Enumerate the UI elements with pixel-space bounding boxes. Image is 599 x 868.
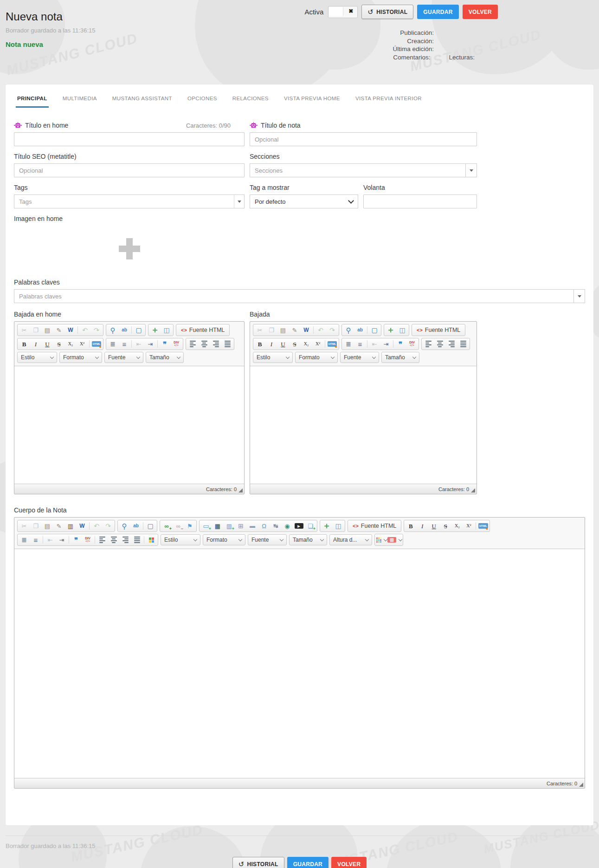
align-center-button[interactable] [199,339,210,349]
maps-button[interactable] [146,535,157,545]
paste-word-button[interactable]: W [77,521,88,531]
indent-button[interactable]: ⇥ [56,535,67,545]
bajada-editor-body[interactable] [250,366,477,484]
find-button[interactable]: ⚲ [343,325,354,335]
tamano-select[interactable]: Tamaño [289,534,327,545]
formato-select[interactable]: Formato [203,534,245,545]
paste-button[interactable]: ▤ [277,325,289,335]
subscript-button[interactable]: X₂ [65,339,76,349]
imagen-home-upload-area[interactable] [14,226,245,272]
resize-handle[interactable] [579,783,583,787]
subscript-button[interactable]: X₂ [301,339,312,349]
bold-button[interactable]: B [254,339,265,349]
underline-button[interactable]: U [42,339,53,349]
embed-page-button[interactable]: ▥+ [224,521,235,531]
find-button[interactable]: ⚲ [119,521,130,531]
palabras-claves-dropdown-button[interactable] [573,289,585,303]
clean-html-button[interactable]: HTML● [91,339,102,349]
outdent-button[interactable]: ⇤ [369,339,380,349]
historial-button[interactable]: ↺ HISTORIAL [361,5,413,19]
titulo-nota-input[interactable] [250,132,477,146]
unlink-button[interactable]: ∞− [173,521,184,531]
paste-word-button[interactable]: W [65,325,76,335]
strike-button[interactable]: S [53,339,64,349]
strike-button[interactable]: S [440,521,451,531]
copy-button[interactable]: ❐ [266,325,277,335]
paste-text-button[interactable]: ✎ [53,521,64,531]
volver-button[interactable]: VOLVER [463,5,498,19]
resize-handle[interactable] [471,488,475,492]
cut-button[interactable]: ✂ [254,325,265,335]
align-justify-button[interactable] [222,339,233,349]
fuente-select[interactable]: Fuente [104,352,143,363]
align-center-button[interactable] [108,535,119,545]
horizontal-rule-button[interactable]: ▬ [247,521,258,531]
bulleted-list-button[interactable]: ≡ [119,339,130,349]
bold-button[interactable]: B [405,521,416,531]
numbered-list-button[interactable]: ≣ [107,339,118,349]
indent-button[interactable]: ⇥ [145,339,156,349]
align-center-button[interactable] [434,339,445,349]
find-button[interactable]: ⚲ [107,325,118,335]
outdent-button[interactable]: ⇤ [45,535,56,545]
movie-button[interactable]: ▦ [212,521,223,531]
maximize-button[interactable]: ✛ [149,325,161,335]
paste-code-button[interactable]: ▥ [65,521,76,531]
estilo-select[interactable]: Estilo [253,352,293,363]
tab-multimedia[interactable]: MULTIMEDIA [61,92,98,108]
tab-vista-previa-home[interactable]: VISTA PREVIA HOME [283,92,341,108]
fuente-html-button[interactable]: <>Fuente HTML [177,325,228,335]
align-left-button[interactable] [187,339,198,349]
redo-button[interactable]: ↷ [103,521,114,531]
redo-button[interactable]: ↷ [327,325,338,335]
align-right-button[interactable] [210,339,221,349]
bold-button[interactable]: B [19,339,30,349]
formato-select[interactable]: Formato [59,352,102,363]
underline-button[interactable]: U [277,339,289,349]
superscript-button[interactable]: X² [77,339,88,349]
cuerpo-editor-body[interactable] [14,549,585,778]
tab-vista-previa-interior[interactable]: VISTA PREVIA INTERIOR [354,92,423,108]
media-image-button[interactable]: ❏+ [305,521,316,531]
replace-button[interactable]: ab [354,325,366,335]
anchor-button[interactable]: ⚑ [184,521,195,531]
blockquote-button[interactable]: ❞ [159,339,170,349]
select-all-button[interactable]: ▢ [133,325,144,335]
estilo-select[interactable]: Estilo [161,534,200,545]
youtube-button[interactable]: ▶ [293,521,304,531]
div-container-button[interactable]: DIV</> [82,535,93,545]
footer-volver-button[interactable]: VOLVER [331,857,367,868]
numbered-list-button[interactable]: ≣ [19,535,30,545]
underline-button[interactable]: U [428,521,439,531]
formato-select[interactable]: Formato [295,352,338,363]
undo-button[interactable]: ↶ [79,325,90,335]
subscript-button[interactable]: X₂ [451,521,463,531]
active-toggle[interactable]: ✖ [328,6,358,18]
show-blocks-button[interactable]: ◫ [397,325,408,335]
resize-handle[interactable] [238,488,243,492]
tab-relaciones[interactable]: RELACIONES [231,92,270,108]
volanta-input[interactable] [363,194,477,208]
show-blocks-button[interactable]: ◫ [333,521,344,531]
tags-select[interactable]: Tags [14,194,245,208]
italic-button[interactable]: I [266,339,277,349]
tag-mostrar-select[interactable]: Por defecto [250,194,358,208]
link-button[interactable]: ∞+ [161,521,172,531]
paste-button[interactable]: ▤ [42,325,53,335]
fuente-select[interactable]: Fuente [340,352,379,363]
undo-button[interactable]: ↶ [91,521,102,531]
fuente-html-button[interactable]: <>Fuente HTML [349,521,400,531]
altura-select[interactable]: Altura d... [329,534,372,545]
italic-button[interactable]: I [30,339,41,349]
clean-html-button[interactable]: HTML● [327,339,338,349]
table-red-button[interactable]: ⊞ [387,535,402,545]
guardar-button[interactable]: GUARDAR [417,5,458,19]
tab-mustang-assistant[interactable]: MUSTANG ASSISTANT [111,92,174,108]
bulleted-list-button[interactable]: ≡ [354,339,366,349]
footer-guardar-button[interactable]: GUARDAR [287,857,328,868]
redo-button[interactable]: ↷ [91,325,102,335]
align-left-button[interactable] [423,339,434,349]
superscript-button[interactable]: X² [312,339,323,349]
clean-html-button[interactable]: HTML● [477,521,489,531]
cut-button[interactable]: ✂ [19,521,30,531]
